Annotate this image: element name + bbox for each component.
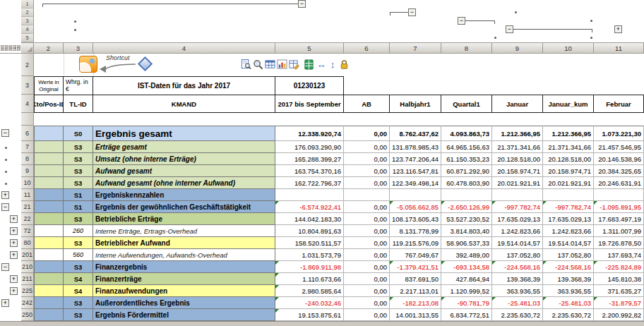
value-cell[interactable]: -25.481,03 xyxy=(492,297,543,309)
value-cell[interactable]: -90.781,79 xyxy=(441,297,492,309)
value-cell[interactable]: 0,00 xyxy=(344,201,390,213)
row-number[interactable]: 4 xyxy=(21,25,34,34)
value-cell[interactable]: 163.754.370,16 xyxy=(275,165,344,177)
row-number[interactable]: 9 xyxy=(21,165,34,177)
magnifier-icon[interactable] xyxy=(252,59,263,70)
value-cell[interactable]: -693.134,58 xyxy=(441,261,492,273)
row-number[interactable]: 2 xyxy=(21,8,34,17)
expand-row-group-button[interactable]: + xyxy=(1,191,9,199)
tl-id-cell[interactable]: S3 xyxy=(64,141,93,153)
row-number[interactable]: 72 xyxy=(21,225,34,237)
empty-cell[interactable] xyxy=(543,76,594,95)
kmand-name-cell[interactable]: Finanzergebnis xyxy=(93,261,275,273)
report-code-cell[interactable]: 01230123 xyxy=(275,76,344,95)
value-cell[interactable]: -6.574.922,41 xyxy=(275,201,344,213)
empty-cell[interactable] xyxy=(594,76,644,95)
kto-pos-id-cell[interactable] xyxy=(34,153,64,165)
kto-pos-id-cell[interactable] xyxy=(34,297,64,309)
row-number[interactable]: 210 xyxy=(21,261,34,273)
table-edit-icon[interactable] xyxy=(288,59,299,70)
value-cell[interactable]: 165.288.399,27 xyxy=(275,153,344,165)
row-number[interactable]: 225 xyxy=(21,285,34,297)
value-cell[interactable]: 767.049,67 xyxy=(390,249,441,261)
expand-row-group-button[interactable]: + xyxy=(10,275,18,283)
value-cell[interactable]: 1.311.007,99 xyxy=(594,225,644,237)
row-number[interactable]: 7 xyxy=(21,141,34,153)
value-cell[interactable]: 0,00 xyxy=(344,225,390,237)
kmand-name-cell[interactable]: Betriebliche Erträge xyxy=(93,213,275,225)
value-cell[interactable]: 2.235.630,72 xyxy=(543,309,594,321)
header-halbjahr1[interactable]: Halbjahr1 xyxy=(390,95,441,113)
value-cell[interactable]: 0,00 xyxy=(344,237,390,249)
row-number[interactable]: 22 xyxy=(21,213,34,225)
row-number[interactable]: 4 xyxy=(21,95,34,113)
value-cell[interactable]: 20.021.921,91 xyxy=(492,177,543,189)
value-cell[interactable]: 139.368,39 xyxy=(492,273,543,285)
kto-pos-id-cell[interactable] xyxy=(34,201,64,213)
value-cell[interactable] xyxy=(441,189,492,201)
werte-in-original-cell[interactable]: Werte in Original xyxy=(34,76,64,95)
value-cell[interactable]: 392.489,00 xyxy=(441,249,492,261)
header-quartal1[interactable]: Quartal1 xyxy=(441,95,492,113)
tl-id-cell[interactable]: S0 xyxy=(64,126,93,141)
value-cell[interactable]: 363.936,55 xyxy=(543,285,594,297)
diamond-icon[interactable] xyxy=(138,56,153,71)
expand-row-group-button[interactable]: + xyxy=(10,251,18,259)
column-header[interactable]: 6 xyxy=(344,42,390,54)
value-cell[interactable]: 137.693,74 xyxy=(594,249,644,261)
select-all-corner[interactable] xyxy=(21,42,34,54)
value-cell[interactable]: 20.128.518,00 xyxy=(492,153,543,165)
header-tl-id[interactable]: TL-ID xyxy=(64,95,93,113)
value-cell[interactable]: -25.481,03 xyxy=(543,297,594,309)
value-cell[interactable]: 0,00 xyxy=(344,126,390,141)
app-icon[interactable] xyxy=(79,56,97,73)
value-cell[interactable] xyxy=(344,189,390,201)
expand-column-group-button[interactable]: + xyxy=(614,25,622,33)
kto-pos-id-cell[interactable] xyxy=(34,141,64,153)
row-number[interactable]: 3 xyxy=(21,17,34,25)
chart-icon[interactable] xyxy=(276,59,287,70)
value-cell[interactable]: 8.762.437,62 xyxy=(390,126,441,141)
tl-id-cell[interactable]: S4 xyxy=(64,273,93,285)
value-cell[interactable]: -1.095.891,95 xyxy=(594,201,644,213)
waehrung-cell[interactable]: Whrg. in € xyxy=(64,76,93,95)
value-cell[interactable]: -182.213,08 xyxy=(390,297,441,309)
kmand-name-cell[interactable]: Betrieblicher Aufwand xyxy=(93,237,275,249)
empty-cell[interactable] xyxy=(492,76,543,95)
value-cell[interactable]: 0,00 xyxy=(344,261,390,273)
kto-pos-id-cell[interactable] xyxy=(34,309,64,321)
value-cell[interactable]: -5.056.662,85 xyxy=(390,201,441,213)
value-cell[interactable]: 176.093.290,90 xyxy=(275,141,344,153)
row-number[interactable]: 242 xyxy=(21,297,34,309)
header-januar-kum[interactable]: Januar_kum xyxy=(543,95,594,113)
kmand-name-cell[interactable]: Finanzerträge xyxy=(93,273,275,285)
column-header[interactable]: 4 xyxy=(93,42,275,54)
kmand-name-cell[interactable]: Außerordentliches Ergebnis xyxy=(93,297,275,309)
column-header[interactable]: 10 xyxy=(543,42,594,54)
tl-id-cell[interactable]: S3 xyxy=(64,237,93,249)
collapse-column-group-button[interactable]: − xyxy=(298,0,306,8)
kmand-name-cell[interactable]: Ergebnis Fördermittel xyxy=(93,309,275,321)
value-cell[interactable]: 19.726.878,50 xyxy=(594,237,644,249)
value-cell[interactable]: 14.001.313,55 xyxy=(390,309,441,321)
tl-id-cell[interactable]: S3 xyxy=(64,261,93,273)
value-cell[interactable]: 0,00 xyxy=(344,177,390,189)
value-cell[interactable]: 2.200.992,82 xyxy=(594,309,644,321)
tl-id-cell[interactable]: S1 xyxy=(64,189,93,201)
table-icon[interactable] xyxy=(264,59,275,70)
value-cell[interactable]: 123.116.547,81 xyxy=(390,165,441,177)
value-cell[interactable]: 10.804.891,63 xyxy=(275,225,344,237)
value-cell[interactable]: 0,00 xyxy=(344,285,390,297)
value-cell[interactable]: 17.635.029,13 xyxy=(492,213,543,225)
tl-id-cell[interactable]: S4 xyxy=(64,285,93,297)
row-number[interactable]: 8 xyxy=(21,153,34,165)
value-cell[interactable]: -31.879,57 xyxy=(594,297,644,309)
value-cell[interactable]: 61.150.353,23 xyxy=(441,153,492,165)
value-cell[interactable]: 0,00 xyxy=(344,213,390,225)
kto-pos-id-cell[interactable] xyxy=(34,213,64,225)
row-number[interactable]: 21 xyxy=(21,201,34,213)
kto-pos-id-cell[interactable] xyxy=(34,273,64,285)
value-cell[interactable]: 1.120.999,52 xyxy=(441,285,492,297)
header-ab[interactable]: AB xyxy=(344,95,390,113)
value-cell[interactable]: 158.520.511,57 xyxy=(275,237,344,249)
